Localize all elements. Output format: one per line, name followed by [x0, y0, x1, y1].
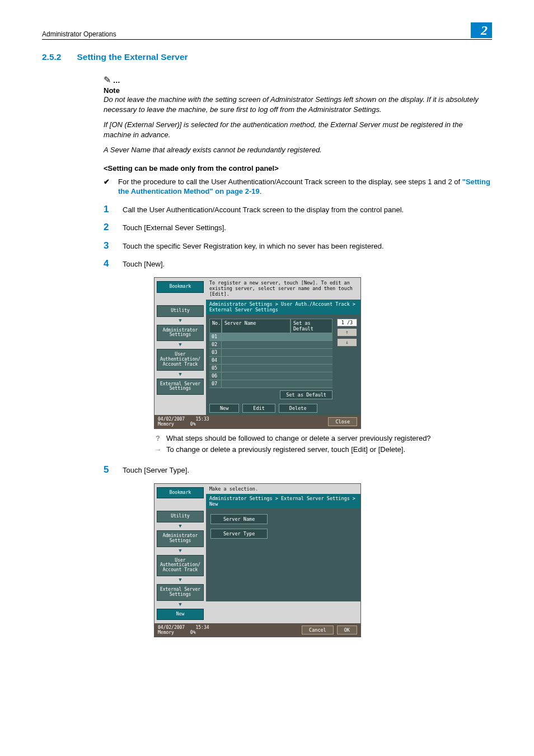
section-number: 2.5.2: [42, 52, 61, 62]
chevron-down-icon: ▼: [157, 548, 204, 553]
note-block: ✎ … Note Do not leave the machine with t…: [104, 74, 492, 155]
cancel-button[interactable]: Cancel: [302, 626, 334, 634]
nav-utility-button[interactable]: Utility: [157, 305, 204, 317]
new-button[interactable]: New: [209, 404, 239, 413]
qa-block: ? What steps should be followed to chang…: [154, 433, 492, 455]
edit-button[interactable]: Edit: [242, 404, 275, 413]
step-1: 1 Call the User Authentication/Account T…: [104, 204, 492, 215]
status-memory-value: 0%: [190, 630, 196, 635]
chevron-down-icon: ▼: [157, 342, 204, 347]
step-number: 4: [104, 259, 113, 269]
checkmark-icon: ✔: [104, 177, 111, 197]
col-header-set-default: Set as Default: [291, 319, 332, 333]
status-date: 04/02/2007: [158, 625, 185, 630]
chevron-down-icon: ▼: [157, 577, 204, 582]
step-text: Touch the specific Sever Registration ke…: [123, 241, 492, 251]
step-number: 3: [104, 241, 113, 251]
col-header-no: No.: [209, 319, 222, 333]
chevron-down-icon: ▼: [157, 318, 204, 323]
step-5: 5 Touch [Server Type].: [104, 465, 492, 475]
pencil-icon: ✎: [104, 75, 111, 85]
question-icon: ?: [154, 433, 162, 444]
server-name-button[interactable]: Server Name: [210, 514, 268, 524]
section-title: Setting the External Server: [77, 52, 188, 62]
note-label: Note: [104, 86, 492, 95]
nav-new-button[interactable]: New: [157, 609, 204, 620]
delete-button[interactable]: Delete: [279, 404, 317, 413]
table-row[interactable]: 04: [209, 357, 332, 365]
nav-bookmark-button[interactable]: Bookmark: [157, 487, 204, 499]
nav-user-auth-button[interactable]: User Authentication/ Account Track: [157, 349, 204, 370]
nav-admin-settings-button[interactable]: Administrator Settings: [157, 325, 204, 342]
panel-only-heading: <Setting can be made only from the contr…: [104, 164, 492, 172]
ok-button[interactable]: OK: [337, 626, 357, 634]
chapter-number-badge: 2: [471, 22, 492, 38]
step-2: 2 Touch [External Sever Settings].: [104, 222, 492, 233]
page-indicator: 1 /3: [337, 319, 357, 326]
ellipsis-icon: …: [113, 76, 121, 85]
table-row[interactable]: 07: [209, 380, 332, 388]
note-paragraph-3: A Sever Name that already exists cannot …: [104, 145, 492, 155]
instruction-text: Make a selection.: [206, 484, 360, 494]
table-row[interactable]: 06: [209, 372, 332, 380]
step-number: 5: [104, 465, 113, 475]
set-as-default-button[interactable]: Set as Default: [280, 390, 332, 399]
qa-answer: To change or delete a previously registe…: [166, 445, 405, 455]
section-heading: 2.5.2 Setting the External Server: [42, 52, 492, 62]
screenshot-new-server: Bookmark Utility ▼ Administrator Setting…: [154, 483, 361, 638]
step-3: 3 Touch the specific Sever Registration …: [104, 241, 492, 251]
step-number: 2: [104, 222, 113, 233]
nav-user-auth-button[interactable]: User Authentication/ Account Track: [157, 555, 204, 576]
nav-external-server-button[interactable]: External Server Settings: [157, 584, 204, 601]
close-button[interactable]: Close: [328, 417, 357, 426]
pager: 1 /3 ↑ ↓: [337, 319, 357, 348]
prerequisite-bullet: ✔ For the procedure to call the User Aut…: [104, 177, 492, 197]
note-paragraph-2: If [ON (External Server)] is selected fo…: [104, 120, 492, 139]
server-type-button[interactable]: Server Type: [210, 529, 268, 539]
nav-utility-button[interactable]: Utility: [157, 511, 204, 522]
note-paragraph-1: Do not leave the machine with the settin…: [104, 95, 492, 114]
step-number: 1: [104, 204, 113, 215]
step-text: Touch [New].: [123, 259, 492, 269]
instruction-text: To register a new server, touch [New]. T…: [206, 278, 360, 300]
table-row[interactable]: 01: [209, 333, 332, 341]
header-section-label: Administrator Operations: [42, 30, 116, 38]
chevron-down-icon: ▼: [157, 524, 204, 528]
chevron-down-icon: ▼: [157, 372, 204, 376]
page-up-button[interactable]: ↑: [337, 328, 357, 337]
col-header-server-name: Server Name: [222, 319, 291, 333]
status-time: 15:33: [195, 417, 209, 422]
table-row[interactable]: 02: [209, 341, 332, 349]
page-header: Administrator Operations 2: [42, 22, 492, 40]
breadcrumb: Administrator Settings > User Auth./Acco…: [206, 300, 360, 314]
nav-admin-settings-button[interactable]: Administrator Settings: [157, 530, 204, 547]
status-time: 15:34: [195, 625, 209, 630]
chevron-down-icon: ▼: [157, 602, 204, 606]
status-bar: 04/02/2007 15:33 Memory 0% Close: [154, 415, 360, 428]
qa-question: What steps should be followed to change …: [166, 433, 431, 444]
step-text: Call the User Authentication/Account Tra…: [123, 204, 492, 215]
status-memory-label: Memory: [158, 630, 174, 635]
prereq-text-after: .: [260, 187, 262, 195]
status-memory-label: Memory: [158, 422, 174, 427]
breadcrumb: Administrator Settings > External Server…: [206, 494, 360, 508]
status-date: 04/02/2007: [158, 417, 185, 422]
prereq-text-before: For the procedure to call the User Authe…: [118, 178, 462, 186]
table-row[interactable]: 05: [209, 365, 332, 372]
nav-bookmark-button[interactable]: Bookmark: [157, 281, 204, 293]
table-row[interactable]: 03: [209, 349, 332, 357]
arrow-right-icon: →: [154, 445, 162, 455]
status-memory-value: 0%: [190, 422, 196, 427]
step-text: Touch [External Sever Settings].: [123, 222, 492, 233]
step-text: Touch [Server Type].: [123, 465, 492, 475]
step-4: 4 Touch [New].: [104, 259, 492, 269]
nav-external-server-button[interactable]: External Server Settings: [157, 379, 204, 395]
status-bar: 04/02/2007 15:34 Memory 0% Cancel OK: [154, 623, 360, 637]
screenshot-external-server-list: Bookmark Utility ▼ Administrator Setting…: [154, 277, 361, 429]
page-down-button[interactable]: ↓: [337, 338, 357, 347]
